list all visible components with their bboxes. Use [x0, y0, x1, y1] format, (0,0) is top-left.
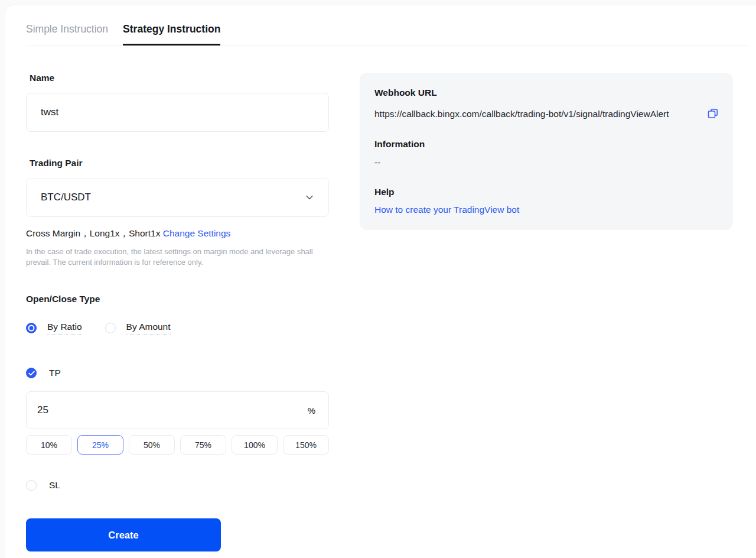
- tp-preset-10[interactable]: 10%: [26, 435, 72, 455]
- help-link[interactable]: How to create your TradingView bot: [374, 205, 519, 215]
- sl-label: SL: [49, 480, 60, 491]
- tab-bar: Simple Instruction Strategy Instruction: [26, 23, 750, 46]
- trading-pair-label: Trading Pair: [30, 158, 329, 168]
- content-area: Name Trading Pair BTC/USDT Cross Margin，…: [26, 73, 756, 551]
- radio-by-amount[interactable]: By Amount: [105, 322, 171, 335]
- webhook-url-row: https://callback.bingx.com/callback/trad…: [374, 106, 718, 122]
- margin-note: In the case of trade execution, the late…: [26, 246, 329, 267]
- tp-preset-25[interactable]: 25%: [77, 435, 123, 455]
- main-panel: Simple Instruction Strategy Instruction …: [5, 5, 756, 558]
- information-value: --: [374, 157, 718, 167]
- margin-summary-line: Cross Margin，Long1x，Short1x Change Setti…: [26, 228, 329, 240]
- webhook-url-text: https://callback.bingx.com/callback/trad…: [374, 106, 702, 122]
- chevron-down-icon: [305, 193, 314, 202]
- tp-preset-50[interactable]: 50%: [129, 435, 175, 455]
- name-input[interactable]: [26, 93, 329, 132]
- webhook-url-title: Webhook URL: [374, 87, 718, 98]
- sl-checkbox-icon: [26, 480, 37, 491]
- trading-pair-select[interactable]: BTC/USDT: [26, 178, 329, 217]
- info-card: Webhook URL https://callback.bingx.com/c…: [360, 73, 733, 230]
- radio-selected-icon: [26, 323, 37, 333]
- name-label: Name: [30, 73, 329, 83]
- information-title: Information: [374, 139, 718, 150]
- sl-checkbox-row[interactable]: SL: [26, 480, 329, 491]
- create-button[interactable]: Create: [26, 518, 221, 551]
- change-settings-link[interactable]: Change Settings: [163, 228, 231, 238]
- open-close-radio-group: By Ratio By Amount: [26, 322, 329, 335]
- tp-unit: %: [308, 405, 315, 416]
- help-title: Help: [374, 187, 718, 197]
- tp-checkbox-row[interactable]: TP: [26, 368, 329, 378]
- tab-simple-instruction[interactable]: Simple Instruction: [26, 23, 108, 46]
- tab-strategy-instruction[interactable]: Strategy Instruction: [123, 23, 220, 46]
- tp-preset-group: 10% 25% 50% 75% 100% 150%: [26, 435, 329, 455]
- tp-value-input[interactable]: [37, 404, 308, 416]
- strategy-form: Name Trading Pair BTC/USDT Cross Margin，…: [26, 73, 329, 551]
- radio-unselected-icon: [105, 323, 116, 333]
- tp-preset-100[interactable]: 100%: [232, 435, 278, 455]
- check-icon: [26, 368, 37, 378]
- tp-preset-150[interactable]: 150%: [283, 435, 329, 455]
- tp-label: TP: [49, 368, 61, 378]
- radio-by-amount-label: By Amount: [126, 322, 171, 335]
- trading-pair-value: BTC/USDT: [41, 192, 91, 203]
- copy-icon[interactable]: [708, 108, 718, 119]
- open-close-type-label: Open/Close Type: [26, 294, 329, 304]
- radio-by-ratio[interactable]: By Ratio: [26, 322, 82, 335]
- radio-by-ratio-label: By Ratio: [47, 322, 82, 335]
- margin-summary: Cross Margin，Long1x，Short1x: [26, 228, 160, 238]
- tp-value-field: %: [26, 391, 329, 429]
- tp-preset-75[interactable]: 75%: [180, 435, 226, 455]
